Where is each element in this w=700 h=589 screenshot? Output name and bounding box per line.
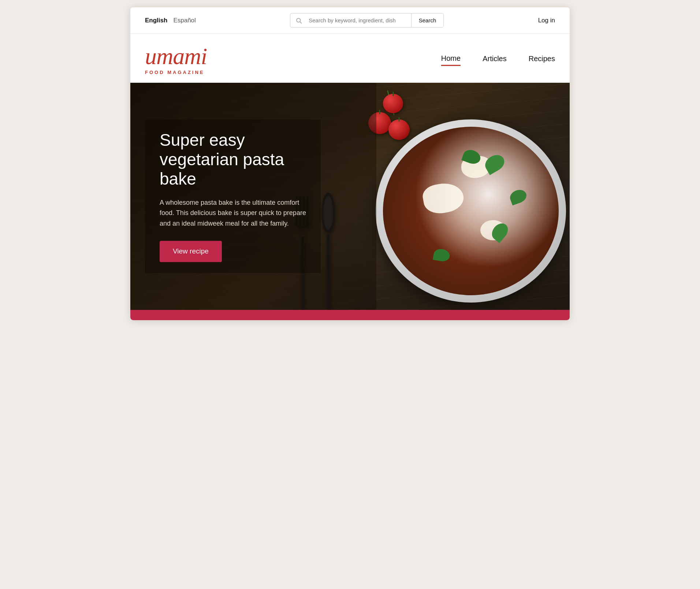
- logo-subtitle: FOOD MAGAZINE: [145, 70, 205, 75]
- main-nav: umami FOOD MAGAZINE Home Articles Recipe…: [130, 34, 570, 83]
- bottom-bar: [130, 310, 570, 320]
- nav-link-recipes[interactable]: Recipes: [529, 55, 555, 65]
- tomato-2: [383, 94, 403, 113]
- dish-container: [361, 112, 570, 310]
- language-switcher: English Español: [145, 17, 196, 24]
- lang-english[interactable]: English: [145, 17, 167, 24]
- hero-content: Super easy vegetarian pasta bake A whole…: [145, 119, 321, 273]
- svg-line-1: [300, 22, 302, 23]
- nav-link-articles[interactable]: Articles: [483, 55, 507, 65]
- hero-section: Super easy vegetarian pasta bake A whole…: [130, 83, 570, 310]
- login-button[interactable]: Log in: [538, 17, 555, 24]
- top-bar: English Español Search Log in: [130, 7, 570, 34]
- search-bar: Search: [290, 13, 444, 27]
- logo: umami FOOD MAGAZINE: [145, 45, 207, 75]
- hero-title: Super easy vegetarian pasta bake: [160, 130, 306, 189]
- search-input[interactable]: [306, 14, 411, 27]
- plate: [376, 119, 566, 303]
- search-button[interactable]: Search: [411, 14, 444, 27]
- logo-text[interactable]: umami: [145, 45, 207, 68]
- page-wrapper: English Español Search Log in umami FOOD…: [130, 7, 570, 320]
- lang-espanol[interactable]: Español: [173, 17, 196, 24]
- nav-links: Home Articles Recipes: [441, 54, 555, 66]
- view-recipe-button[interactable]: View recipe: [160, 241, 222, 262]
- hero-description: A wholesome pasta bake is the ultimate c…: [160, 197, 306, 229]
- search-icon: [290, 17, 306, 24]
- nav-link-home[interactable]: Home: [441, 54, 461, 66]
